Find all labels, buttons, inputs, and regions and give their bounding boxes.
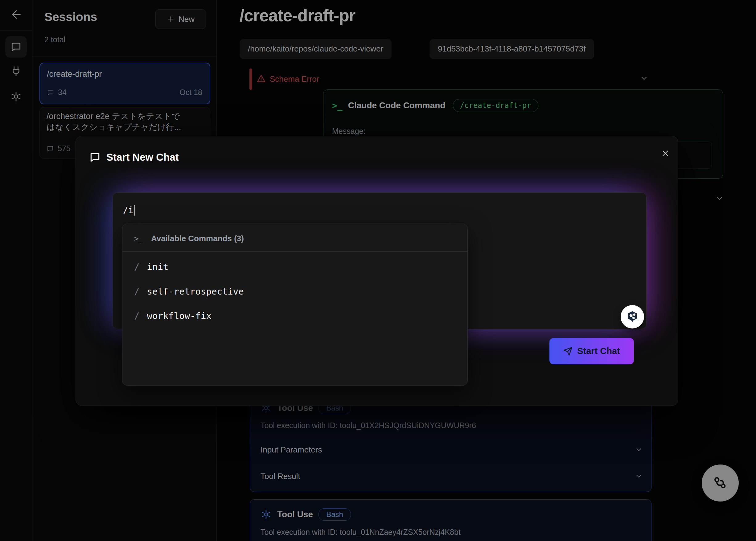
text-cursor	[135, 205, 135, 216]
terminal-prompt-icon: >_	[134, 235, 143, 243]
send-icon	[563, 347, 572, 356]
chat-bubble-icon	[89, 152, 101, 163]
share-bubble-icon	[625, 309, 640, 324]
dialog-title: Start New Chat	[106, 152, 179, 163]
dialog-header: Start New Chat	[89, 152, 179, 163]
command-autocomplete-dropdown: >_ Available Commands (3) / init / self-…	[122, 224, 468, 385]
close-icon	[661, 149, 670, 158]
dropdown-divider	[123, 252, 467, 252]
command-option-self-retrospective[interactable]: / self-retrospective	[134, 286, 244, 297]
available-commands-label: Available Commands (3)	[151, 234, 244, 244]
dropdown-header: >_ Available Commands (3)	[134, 234, 244, 244]
close-button[interactable]	[658, 147, 672, 160]
start-chat-label: Start Chat	[577, 346, 620, 356]
command-option-init[interactable]: / init	[134, 262, 168, 272]
share-chat-button[interactable]	[621, 305, 644, 328]
start-new-chat-dialog: Start New Chat /i >_ Available Commands …	[76, 136, 678, 406]
chat-input-value: /i	[123, 205, 135, 216]
command-option-workflow-fix[interactable]: / workflow-fix	[134, 310, 211, 321]
start-chat-button[interactable]: Start Chat	[550, 338, 634, 364]
